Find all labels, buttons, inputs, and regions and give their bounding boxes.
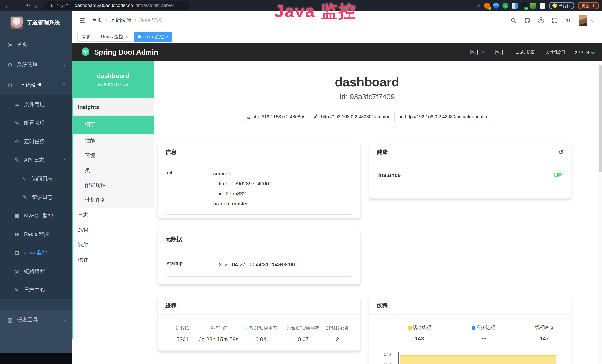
browser-menu-icon[interactable]: ⋮ xyxy=(591,3,595,8)
sidebar-item-trace[interactable]: ◎ 链路追踪 xyxy=(0,262,72,281)
sba-instance-id: 93a3fc7f7409 xyxy=(98,82,128,87)
sidebar-item-java-monitor[interactable]: ⊡ Java 监控 xyxy=(0,244,72,262)
collapse-sidebar-icon[interactable] xyxy=(80,18,85,23)
github-icon[interactable] xyxy=(524,17,531,24)
history-icon[interactable]: ↺ xyxy=(558,149,563,155)
health-card: 健康 ↺ Instance UP xyxy=(369,143,571,199)
sba-nav-journal[interactable]: 日志报表 xyxy=(515,49,535,56)
sidebar-item-system[interactable]: ⚙ 系统管理 xyxy=(0,54,72,75)
extension-orange-icon[interactable]: 1 xyxy=(484,3,490,9)
font-size-icon[interactable]: tT xyxy=(565,17,572,24)
bookmark-star-icon[interactable]: ☆ xyxy=(476,3,481,9)
sidebar-item-mysql-monitor[interactable]: ≣ MySQL 监控 xyxy=(0,207,72,225)
info-card-title: 信息 xyxy=(165,149,176,156)
health-url-button[interactable]: ♥ http://192.168.0.2:48080/actuator/heal… xyxy=(394,112,493,122)
sba-menu-jvm[interactable]: JVM xyxy=(72,223,154,237)
tab-java-monitor[interactable]: Java 监控 × xyxy=(134,32,172,42)
y-tick: 120 xyxy=(381,362,394,364)
browser-back-icon[interactable]: ← xyxy=(5,3,10,8)
sba-menu-classes[interactable]: 类 xyxy=(72,163,154,178)
browser-home-icon[interactable]: ⌂ xyxy=(35,3,38,8)
sba-nav-applications[interactable]: 应用 xyxy=(495,49,505,56)
breadcrumb-separator: / xyxy=(135,17,136,23)
sba-menu-scheduled-tasks[interactable]: 计划任务 xyxy=(72,193,154,208)
sidebar-item-log-center[interactable]: ✎ 日志中心 xyxy=(0,281,72,299)
breadcrumb-home[interactable]: 首页 xyxy=(92,17,102,24)
sidebar-item-scheduled-task[interactable]: ↻ 定时任务 xyxy=(0,132,72,151)
sidebar-item-home[interactable]: ◉ 首页 xyxy=(0,34,72,54)
edit-icon: ✎ xyxy=(14,120,20,127)
sba-sidebar: dashboard 93a3fc7f7409 Insights 细节 性能 环境… xyxy=(72,61,154,364)
extension-list-icon[interactable]: on xyxy=(521,3,527,9)
cpu-cores-value: 2 xyxy=(323,336,351,342)
app-logo-row[interactable]: 芋道管理系统 xyxy=(0,11,72,34)
layers-icon: ≋ xyxy=(14,231,20,238)
sba-menu-details[interactable]: 细节 xyxy=(72,116,154,134)
briefcase-icon: ▦ xyxy=(7,317,13,323)
sba-menu-metrics[interactable]: 性能 xyxy=(72,134,154,148)
scrollbar-thumb[interactable] xyxy=(599,65,602,172)
extension-grid-icon[interactable] xyxy=(512,3,518,9)
update-button[interactable]: 更新 ⋮ xyxy=(578,2,599,9)
system-cpu-value: 0.07 xyxy=(283,336,323,342)
extension-plant-icon[interactable] xyxy=(530,3,536,9)
process-col-header: CPU核心数 xyxy=(323,325,351,332)
process-col-header: 进程ID xyxy=(167,325,198,332)
active-tab-dot xyxy=(138,35,141,38)
help-icon[interactable]: ? xyxy=(538,17,544,24)
sba-instance-header[interactable]: dashboard 93a3fc7f7409 xyxy=(72,61,154,98)
startup-label: startup xyxy=(167,260,219,270)
user-menu-caret-icon[interactable] xyxy=(591,19,595,22)
sba-menu-caches[interactable]: 缓存 xyxy=(72,252,154,267)
sidebar-item-error-log[interactable]: ✎ 错误日志 xyxy=(0,188,72,207)
chevron-down-icon xyxy=(591,50,595,54)
sba-menu-logs[interactable]: 日志 xyxy=(72,208,154,223)
sba-menu-mappings[interactable]: 映射 xyxy=(72,237,154,252)
fullscreen-icon[interactable] xyxy=(551,17,558,24)
content-scrollbar[interactable] xyxy=(598,64,602,363)
breadcrumb-section[interactable]: 基础设施 xyxy=(110,17,131,24)
tab-home[interactable]: 首页 xyxy=(77,32,95,42)
health-instance-row[interactable]: Instance UP xyxy=(378,172,562,183)
legend-square-daemon xyxy=(472,326,475,330)
sba-language-value: zh-CN xyxy=(575,50,589,55)
close-icon[interactable]: × xyxy=(126,34,128,39)
sidebar-item-dev-tools[interactable]: ▦ 研发工具 xyxy=(0,310,72,330)
tab-redis-monitor[interactable]: Redis 监控 × xyxy=(97,32,132,42)
sidebar-item-infrastructure[interactable]: ⊡ 基础设施 xyxy=(0,75,72,95)
tab-label: Redis 监控 xyxy=(101,33,123,40)
sba-header: Spring Boot Admin 应用墙 应用 日志报表 关于我们 zh-CN xyxy=(72,43,602,61)
user-avatar[interactable] xyxy=(579,15,587,26)
sidebar-item-api-log[interactable]: ✎ API 日志 xyxy=(0,151,72,170)
monitor-icon: ⊡ xyxy=(14,250,20,256)
sidebar-item-config-manage[interactable]: ✎ 配置管理 xyxy=(0,114,72,132)
sidebar-item-access-log[interactable]: ✎ 访问日志 xyxy=(0,170,72,188)
sba-nav-wall[interactable]: 应用墙 xyxy=(470,49,485,56)
security-label[interactable]: 不安全 xyxy=(56,2,69,9)
sba-menu-config-props[interactable]: 配置属性 xyxy=(72,178,154,193)
browser-forward-icon[interactable]: → xyxy=(15,3,21,8)
extension-pin-icon[interactable] xyxy=(493,3,499,9)
actuator-url-button[interactable]: http://192.168.0.2:48080/actuator xyxy=(309,112,395,122)
address-bar[interactable]: ⚠ 不安全 dashboard.yudao.iocoder.cn/infra/a… xyxy=(44,1,190,10)
sba-nav-about[interactable]: 关于我们 xyxy=(545,49,565,56)
search-icon[interactable] xyxy=(510,17,517,24)
sidebar-item-redis-monitor[interactable]: ≋ Redis 监控 xyxy=(0,225,72,244)
process-card: 进程 进程ID 5261 xyxy=(158,297,360,351)
sba-language-select[interactable]: zh-CN xyxy=(575,50,594,55)
close-icon[interactable]: × xyxy=(166,34,169,39)
sba-menu-environment[interactable]: 环境 xyxy=(72,148,154,163)
extension-y-icon[interactable]: y xyxy=(502,3,508,9)
url-host: dashboard.yudao.iocoder.cn xyxy=(75,3,133,8)
extension-puzzle-icon[interactable] xyxy=(539,3,546,9)
browser-reload-icon[interactable]: ↻ xyxy=(26,3,30,8)
legend-live-label: 活动线程 xyxy=(412,324,431,331)
process-col-header: 运行时间 xyxy=(198,325,239,332)
sidebar-item-label: 错误日志 xyxy=(32,194,53,201)
paused-pill[interactable]: 已暂停 xyxy=(549,2,574,9)
service-url-button[interactable]: ⌂ http://192.168.0.2:48080/ xyxy=(242,112,310,122)
process-cpu-value: 0.04 xyxy=(239,336,283,342)
legend-square-live xyxy=(408,326,411,330)
sidebar-item-file-manage[interactable]: ☁ 文件管理 xyxy=(0,95,72,114)
sba-brand-title[interactable]: Spring Boot Admin xyxy=(94,48,158,56)
